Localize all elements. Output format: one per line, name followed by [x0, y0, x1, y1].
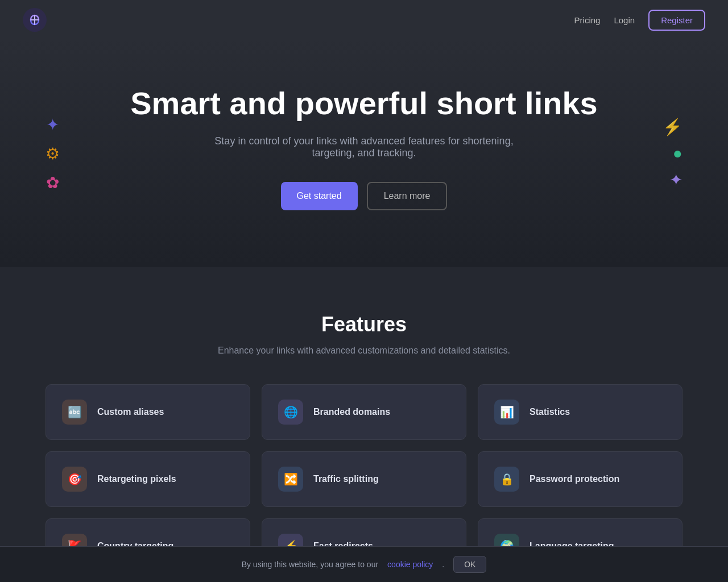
features-header: Features Enhance your links with advance… — [34, 313, 694, 356]
feature-label: Traffic splitting — [313, 474, 379, 484]
feature-card[interactable]: 🌐 Branded domains — [262, 384, 466, 440]
hero-title: Smart and powerful short links — [11, 85, 717, 122]
feature-card[interactable]: 🎯 Retargeting pixels — [46, 451, 250, 507]
cookie-policy-link[interactable]: cookie policy — [387, 560, 433, 569]
nav-links: Pricing Login Register — [574, 10, 705, 31]
deco-icon-1: ✦ — [46, 115, 60, 134]
nav-pricing[interactable]: Pricing — [574, 15, 601, 25]
feature-icon: 🌐 — [278, 400, 303, 425]
register-button[interactable]: Register — [648, 10, 705, 31]
feature-card[interactable]: 🔀 Traffic splitting — [262, 451, 466, 507]
deco-right: ⚡ ● ✦ — [663, 118, 682, 189]
learn-more-button[interactable]: Learn more — [367, 182, 448, 210]
cookie-ok-button[interactable]: OK — [453, 556, 486, 573]
feature-label: Branded domains — [313, 407, 390, 417]
features-title: Features — [34, 313, 694, 336]
cookie-text: By using this website, you agree to our — [242, 560, 378, 569]
deco-icon-3: ✿ — [46, 173, 60, 192]
cookie-banner: By using this website, you agree to our … — [0, 546, 728, 582]
feature-label: Custom aliases — [97, 407, 164, 417]
feature-card[interactable]: 🔤 Custom aliases — [46, 384, 250, 440]
hero-subtitle: Stay in control of your links with advan… — [205, 135, 523, 159]
feature-card[interactable]: 🔒 Password protection — [478, 451, 682, 507]
navbar: Pricing Login Register — [0, 0, 728, 40]
features-section: Features Enhance your links with advance… — [0, 267, 728, 582]
feature-icon: 🔤 — [62, 400, 87, 425]
deco-icon-4: ⚡ — [663, 118, 682, 136]
hero-buttons: Get started Learn more — [11, 182, 717, 210]
deco-icon-5: ● — [673, 144, 682, 163]
features-subtitle: Enhance your links with advanced customi… — [34, 346, 694, 356]
feature-label: Retargeting pixels — [97, 474, 176, 484]
deco-icon-6: ✦ — [669, 171, 682, 189]
hero-section: ✦ ⚙ ✿ ⚡ ● ✦ Smart and powerful short lin… — [0, 40, 728, 267]
feature-icon: 📊 — [494, 400, 519, 425]
feature-icon: 🔀 — [278, 467, 303, 492]
deco-left: ✦ ⚙ ✿ — [46, 115, 60, 192]
feature-icon: 🎯 — [62, 467, 87, 492]
feature-card[interactable]: 📊 Statistics — [478, 384, 682, 440]
nav-login[interactable]: Login — [614, 15, 635, 25]
deco-icon-2: ⚙ — [46, 144, 60, 163]
feature-icon: 🔒 — [494, 467, 519, 492]
logo-icon — [23, 8, 47, 32]
logo[interactable] — [23, 8, 47, 32]
feature-label: Password protection — [530, 474, 619, 484]
feature-label: Statistics — [530, 407, 570, 417]
get-started-button[interactable]: Get started — [281, 182, 358, 210]
